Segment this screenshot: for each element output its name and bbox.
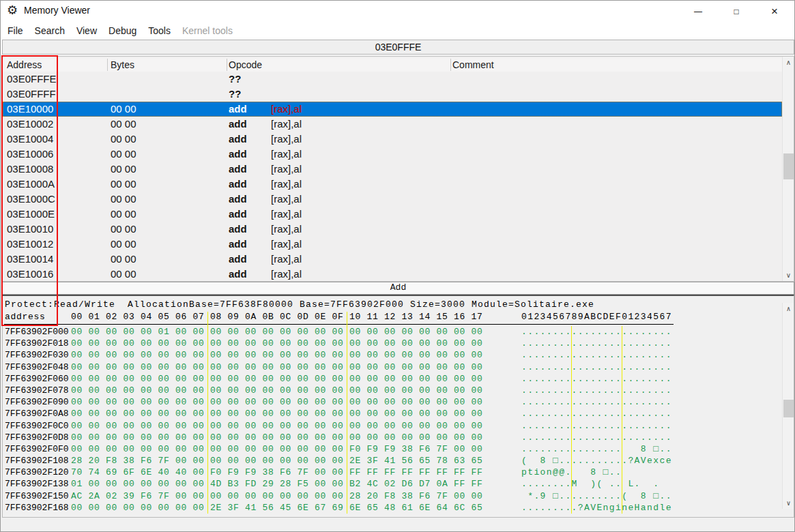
disasm-bytes: 00 00 xyxy=(111,237,136,252)
disasm-row[interactable]: 03E1001600 00add[rax],al xyxy=(3,267,782,282)
disasm-bytes: 00 00 xyxy=(111,252,136,267)
scrollbar-thumb[interactable] xyxy=(783,400,794,417)
disasm-opcode: ?? xyxy=(229,87,241,102)
disasm-operand: [rax],al xyxy=(271,177,302,192)
scroll-down-icon[interactable]: ∨ xyxy=(783,269,794,281)
disasm-operand: [rax],al xyxy=(271,102,302,117)
disasm-row[interactable]: 03E1000200 00add[rax],al xyxy=(3,117,782,132)
minimize-button[interactable]: — xyxy=(679,1,717,22)
disasm-operand: [rax],al xyxy=(271,132,302,147)
disasm-row[interactable]: 03E1000000 00add[rax],al xyxy=(3,102,782,117)
hex-row-ascii: *.9 □..........( 8 □.. xyxy=(521,490,672,502)
hex-row[interactable]: 7FF63902F06000 00 00 00 00 00 00 00 00 0… xyxy=(3,373,781,385)
window-title: Memory Viewer xyxy=(24,5,90,16)
disasm-row[interactable]: 03E1000600 00add[rax],al xyxy=(3,147,782,162)
scrollbar-thumb[interactable] xyxy=(783,153,794,179)
disasm-address: 03E10012 xyxy=(7,237,53,252)
disasm-opcode: add xyxy=(229,237,247,252)
hex-row[interactable]: 7FF63902F0A800 00 00 00 00 00 00 00 00 0… xyxy=(3,408,781,419)
disasm-bytes: 00 00 xyxy=(111,147,136,162)
disasm-row[interactable]: 03E1001000 00add[rax],al xyxy=(3,222,782,237)
hex-row-address: 7FF63902F048 xyxy=(5,361,69,373)
hex-row-address: 7FF63902F0D8 xyxy=(5,432,69,443)
disasm-address: 03E0FFFF xyxy=(7,87,56,102)
disasm-row[interactable]: 03E1000A00 00add[rax],al xyxy=(3,177,782,192)
hex-row-ascii: ption@@. 8 □.. xyxy=(521,467,672,478)
hex-row-address: 7FF63902F0C0 xyxy=(5,420,69,432)
address-field[interactable]: 03E0FFFE xyxy=(2,40,794,55)
hexview-rows: 7FF63902F00000 00 00 00 00 01 00 00 00 0… xyxy=(3,326,781,514)
disasm-operand: [rax],al xyxy=(271,147,302,162)
menu-view[interactable]: View xyxy=(76,25,97,36)
window-controls: — □ × xyxy=(679,1,794,22)
hex-row[interactable]: 7FF63902F13801 00 00 00 00 00 00 00 4D B… xyxy=(3,478,781,490)
hex-row-address: 7FF63902F090 xyxy=(5,396,69,408)
hex-row[interactable]: 7FF63902F0C000 00 00 00 00 00 00 00 00 0… xyxy=(3,420,781,432)
disasm-bytes: 00 00 xyxy=(111,267,136,282)
hex-row-bytes: 00 00 00 00 00 00 00 00 00 00 00 00 00 0… xyxy=(71,361,483,373)
disassembly-panel: Address Bytes Opcode Comment 03E0FFFE??0… xyxy=(2,56,794,282)
hex-header-underline xyxy=(4,324,674,325)
disasm-row[interactable]: 03E1000E00 00add[rax],al xyxy=(3,207,782,222)
close-button[interactable]: × xyxy=(755,1,794,22)
column-divider xyxy=(227,59,227,71)
disasm-bytes: 00 00 xyxy=(111,192,136,207)
hex-row-bytes: 00 00 00 00 00 01 00 00 00 00 00 00 00 0… xyxy=(71,326,483,338)
disasm-address: 03E10008 xyxy=(7,162,53,177)
disasm-operand: [rax],al xyxy=(271,237,302,252)
disasm-opcode: add xyxy=(229,117,247,132)
hex-row[interactable]: 7FF63902F0D800 00 00 00 00 00 00 00 00 0… xyxy=(3,432,781,443)
menu-file[interactable]: File xyxy=(8,25,23,36)
disasm-address: 03E10016 xyxy=(7,267,53,282)
disasm-row[interactable]: 03E1001400 00add[rax],al xyxy=(3,252,782,267)
disasm-opcode: add xyxy=(229,207,247,222)
hex-row[interactable]: 7FF63902F03000 00 00 00 00 00 00 00 00 0… xyxy=(3,349,781,361)
menu-kernel-tools[interactable]: Kernel tools xyxy=(182,25,233,36)
hex-row[interactable]: 7FF63902F07800 00 00 00 00 00 00 00 00 0… xyxy=(3,385,781,396)
hex-row-address: 7FF63902F138 xyxy=(5,478,69,490)
hex-row[interactable]: 7FF63902F12070 74 69 6F 6E 40 40 00 F0 F… xyxy=(3,467,781,478)
disasm-row[interactable]: 03E1000800 00add[rax],al xyxy=(3,162,782,177)
scroll-up-icon[interactable]: ∧ xyxy=(783,303,794,314)
disasm-bytes: 00 00 xyxy=(111,207,136,222)
disasm-bytes: 00 00 xyxy=(111,222,136,237)
column-header-address: Address xyxy=(7,58,42,72)
column-divider xyxy=(450,59,451,71)
scroll-down-icon[interactable]: ∨ xyxy=(783,497,794,509)
hex-row[interactable]: 7FF63902F0F000 00 00 00 00 00 00 00 00 0… xyxy=(3,443,781,455)
disasm-row[interactable]: 03E1000C00 00add[rax],al xyxy=(3,192,782,207)
hex-row-address: 7FF63902F168 xyxy=(5,502,69,514)
hex-row-address: 7FF63902F030 xyxy=(5,349,69,361)
hex-row[interactable]: 7FF63902F10828 20 F8 38 F6 7F 00 00 00 0… xyxy=(3,455,781,467)
maximize-button[interactable]: □ xyxy=(717,1,755,22)
hex-row[interactable]: 7FF63902F01800 00 00 00 00 00 00 00 00 0… xyxy=(3,338,781,349)
disassembly-rows: 03E0FFFE??03E0FFFF??03E1000000 00add[rax… xyxy=(3,72,782,282)
menu-tools[interactable]: Tools xyxy=(148,25,171,36)
hex-row-bytes: 00 00 00 00 00 00 00 00 00 00 00 00 00 0… xyxy=(71,338,483,349)
hex-row[interactable]: 7FF63902F150AC 2A 02 39 F6 7F 00 00 00 0… xyxy=(3,490,781,502)
hex-row-bytes: 00 00 00 00 00 00 00 00 00 00 00 00 00 0… xyxy=(71,408,483,419)
disasm-operand: [rax],al xyxy=(271,267,302,282)
hex-row[interactable]: 7FF63902F04800 00 00 00 00 00 00 00 00 0… xyxy=(3,361,781,373)
disasm-operand: [rax],al xyxy=(271,207,302,222)
disasm-row[interactable]: 03E1000400 00add[rax],al xyxy=(3,132,782,147)
cheat-engine-gear-icon: ⚙ xyxy=(7,3,18,18)
hex-row-ascii: ........................ xyxy=(521,373,672,385)
hex-row[interactable]: 7FF63902F09000 00 00 00 00 00 00 00 00 0… xyxy=(3,396,781,408)
column-divider xyxy=(107,59,108,71)
hex-row[interactable]: 7FF63902F16800 00 00 00 00 00 00 00 2E 3… xyxy=(3,502,781,514)
disasm-address: 03E10004 xyxy=(7,132,53,147)
hex-row[interactable]: 7FF63902F00000 00 00 00 00 01 00 00 00 0… xyxy=(3,326,781,338)
menu-debug[interactable]: Debug xyxy=(109,25,136,36)
disasm-row[interactable]: 03E0FFFE?? xyxy=(3,72,782,87)
disasm-opcode: add xyxy=(229,132,247,147)
hexview-scrollbar[interactable]: ∧ ∨ xyxy=(782,303,794,509)
menu-search[interactable]: Search xyxy=(35,25,65,36)
disasm-row[interactable]: 03E1001200 00add[rax],al xyxy=(3,237,782,252)
scroll-up-icon[interactable]: ∧ xyxy=(783,57,794,68)
disassembly-scrollbar[interactable]: ∧ ∨ xyxy=(782,57,794,281)
byte-group-separator xyxy=(347,312,347,514)
disasm-opcode: add xyxy=(229,252,247,267)
hex-row-bytes: 00 00 00 00 00 00 00 00 00 00 00 00 00 0… xyxy=(71,432,483,443)
disasm-row[interactable]: 03E0FFFF?? xyxy=(3,87,782,102)
